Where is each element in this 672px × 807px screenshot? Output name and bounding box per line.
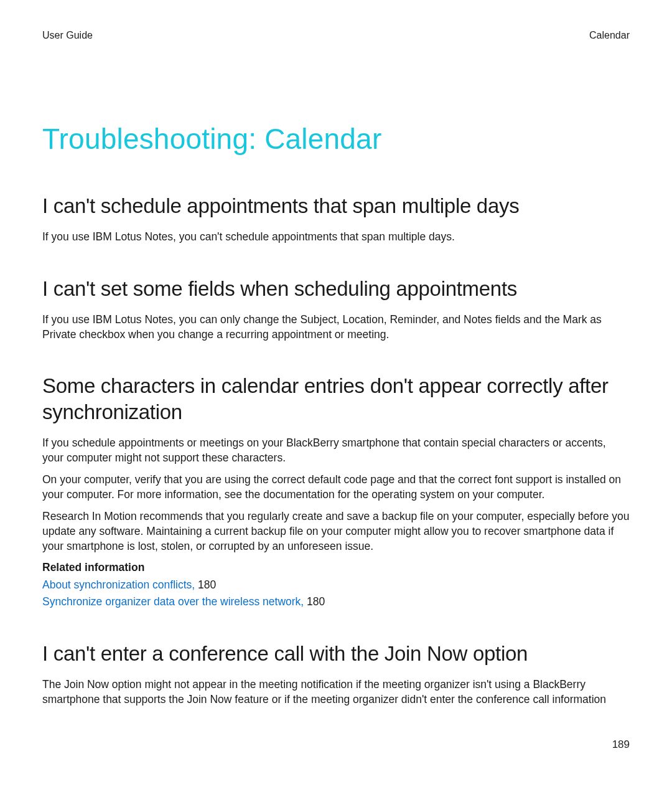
body-text: On your computer, verify that you are us… [42,473,630,502]
page-header: User Guide Calendar [42,30,630,41]
section-heading: Some characters in calendar entries don'… [42,373,630,425]
header-right: Calendar [589,30,630,41]
section-heading: I can't enter a conference call with the… [42,641,630,666]
document-page: User Guide Calendar Troubleshooting: Cal… [0,0,672,707]
related-info-heading: Related information [42,561,630,574]
related-link-line: Synchronize organizer data over the wire… [42,593,630,610]
section-heading: I can't set some fields when scheduling … [42,276,630,301]
page-title: Troubleshooting: Calendar [42,122,630,156]
link-page-number: 180 [198,578,216,591]
body-text: The Join Now option might not appear in … [42,677,630,707]
page-number: 189 [612,739,630,751]
section-join-now: I can't enter a conference call with the… [42,641,630,707]
header-left: User Guide [42,30,93,41]
section-schedule-multiple-days: I can't schedule appointments that span … [42,193,630,245]
section-heading: I can't schedule appointments that span … [42,193,630,219]
link-sync-organizer[interactable]: Synchronize organizer data over the wire… [42,595,304,608]
body-text: Research In Motion recommends that you r… [42,509,630,554]
body-text: If you schedule appointments or meetings… [42,436,630,465]
body-text: If you use IBM Lotus Notes, you can only… [42,313,630,342]
link-sync-conflicts[interactable]: About synchronization conflicts, [42,578,195,591]
link-page-number: 180 [307,595,325,608]
section-set-fields: I can't set some fields when scheduling … [42,276,630,342]
related-link-line: About synchronization conflicts, 180 [42,577,630,593]
body-text: If you use IBM Lotus Notes, you can't sc… [42,230,630,245]
section-characters-sync: Some characters in calendar entries don'… [42,373,630,609]
